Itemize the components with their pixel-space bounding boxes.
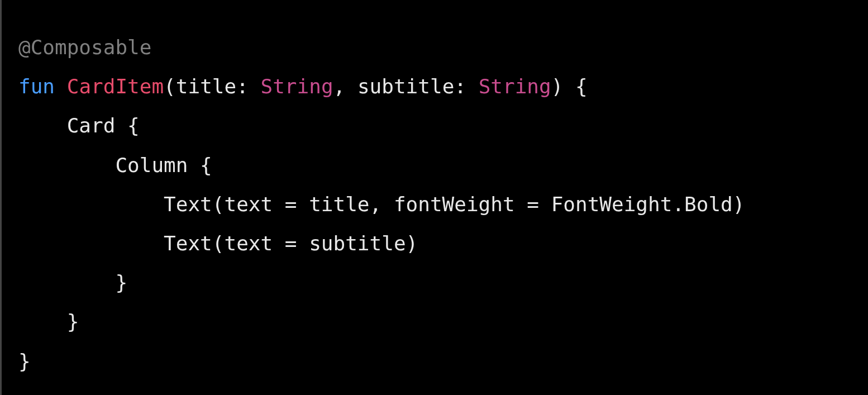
text-token: [55, 75, 67, 98]
annotation-token: @Composable: [18, 36, 151, 59]
text-token: ,: [333, 75, 357, 98]
code-line-3: Card {: [18, 106, 868, 145]
code-line-1: @Composable: [18, 28, 868, 67]
code-editor[interactable]: @Composablefun CardItem(title: String, s…: [18, 28, 868, 381]
code-line-5: Text(text = title, fontWeight = FontWeig…: [18, 185, 868, 224]
code-line-8: }: [18, 302, 868, 341]
type-token: String: [261, 75, 333, 98]
code-line-6: Text(text = subtitle): [18, 224, 868, 263]
text-token: ) {: [551, 75, 588, 98]
function-name-token: CardItem: [67, 75, 164, 98]
param-token: subtitle:: [357, 75, 479, 98]
code-line-9: }: [18, 342, 868, 381]
type-token: String: [479, 75, 551, 98]
text-token: (: [164, 75, 176, 98]
code-line-7: }: [18, 263, 868, 302]
code-line-2: fun CardItem(title: String, subtitle: St…: [18, 67, 868, 106]
keyword-token: fun: [18, 75, 55, 98]
param-token: title:: [176, 75, 261, 98]
code-line-4: Column {: [18, 146, 868, 185]
